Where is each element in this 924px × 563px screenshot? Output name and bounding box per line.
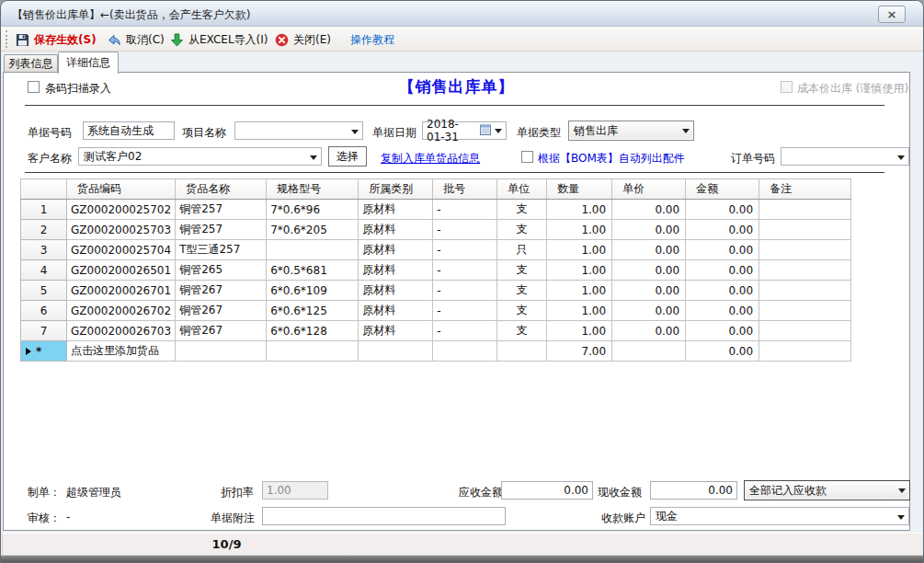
doc-note-input[interactable] xyxy=(262,507,506,525)
cell-note[interactable] xyxy=(759,281,851,301)
cell-spec[interactable]: 7*0.6*205 xyxy=(267,220,359,240)
cell-category[interactable]: 原材料 xyxy=(359,301,433,321)
cell-price[interactable]: 0.00 xyxy=(612,301,686,321)
cell-qty[interactable]: 1.00 xyxy=(547,260,612,281)
cell-qty[interactable]: 1.00 xyxy=(547,200,612,220)
cell-unit[interactable]: 支 xyxy=(497,220,547,240)
row-number[interactable]: 3 xyxy=(21,240,67,260)
cell-category[interactable]: 原材料 xyxy=(359,200,433,220)
cell-note[interactable] xyxy=(759,341,851,362)
cell-unit[interactable]: 只 xyxy=(497,240,547,260)
row-number[interactable]: 4 xyxy=(21,260,67,281)
cell-note[interactable] xyxy=(759,301,851,321)
cell-category[interactable]: 原材料 xyxy=(359,240,433,260)
date-picker[interactable]: 2018-01-31 xyxy=(422,121,507,140)
cell-code[interactable]: GZ000200026501 xyxy=(67,260,176,281)
cell-batch[interactable]: - xyxy=(433,260,497,281)
cell-name[interactable]: 铜管267 xyxy=(176,321,267,341)
project-dropdown[interactable] xyxy=(234,121,363,140)
cell-qty[interactable]: 1.00 xyxy=(547,301,612,321)
bom-checkbox[interactable] xyxy=(521,151,533,163)
cell-batch[interactable]: - xyxy=(433,321,497,341)
cell-name[interactable]: T型三通257 xyxy=(176,240,267,260)
cell-code[interactable]: GZ000200025703 xyxy=(67,220,176,240)
select-customer-button[interactable]: 选择 xyxy=(328,146,367,167)
row-number[interactable]: 5 xyxy=(21,281,67,301)
booking-mode-dropdown[interactable]: 全部记入应收款 xyxy=(744,480,910,500)
cell-price[interactable]: 0.00 xyxy=(612,220,686,240)
cell-note[interactable] xyxy=(759,240,851,260)
cell-name[interactable]: 铜管267 xyxy=(176,301,267,321)
row-number[interactable]: 7 xyxy=(21,321,67,341)
received-input[interactable] xyxy=(650,481,737,500)
add-row-marker[interactable]: * xyxy=(21,341,67,362)
save-button[interactable]: 保存生效(S) xyxy=(13,29,99,50)
cell-spec[interactable]: 6*0.6*128 xyxy=(267,321,359,341)
tab-list-info[interactable]: 列表信息 xyxy=(4,54,58,72)
cell-note[interactable] xyxy=(759,220,851,240)
cell-code[interactable]: GZ000200026703 xyxy=(67,321,176,341)
cell-code[interactable]: GZ000200025702 xyxy=(67,200,176,220)
cell-price[interactable]: 0.00 xyxy=(612,200,686,220)
cell-amount[interactable]: 0.00 xyxy=(686,260,759,281)
excel-import-button[interactable]: 从EXCEL导入(I) xyxy=(167,29,270,50)
cell-name[interactable]: 铜管257 xyxy=(176,200,267,220)
add-row-label[interactable]: 点击这里添加货品 xyxy=(67,341,176,362)
cell-category[interactable]: 原材料 xyxy=(359,321,433,341)
cell-name[interactable] xyxy=(176,341,267,362)
cell-amount[interactable]: 0.00 xyxy=(686,321,759,341)
receivable-input[interactable] xyxy=(501,481,593,500)
cell-unit[interactable] xyxy=(497,341,547,362)
cell-code[interactable]: GZ000200026701 xyxy=(67,281,176,301)
cell-name[interactable]: 铜管257 xyxy=(176,220,267,240)
cell-spec[interactable]: 6*0.5*681 xyxy=(267,260,359,281)
cell-category[interactable]: 原材料 xyxy=(359,281,433,301)
cell-note[interactable] xyxy=(759,260,851,281)
close-form-button[interactable]: 关闭(E) xyxy=(272,29,334,50)
customer-dropdown[interactable]: 测试客户02 xyxy=(78,147,322,166)
tutorial-link[interactable]: 操作教程 xyxy=(348,29,397,50)
cancel-button[interactable]: 取消(C) xyxy=(104,29,167,50)
cell-amount[interactable]: 0.00 xyxy=(686,200,759,220)
cell-batch[interactable]: - xyxy=(433,301,497,321)
cell-batch[interactable]: - xyxy=(433,240,497,260)
cell-price[interactable]: 0.00 xyxy=(612,240,686,260)
cell-unit[interactable]: 支 xyxy=(497,321,547,341)
cell-spec[interactable] xyxy=(267,240,359,260)
cell-amount[interactable]: 0.00 xyxy=(686,301,759,321)
cell-amount[interactable]: 0.00 xyxy=(686,240,759,260)
doc-type-dropdown[interactable]: 销售出库 xyxy=(568,121,694,141)
window-close-button[interactable]: × xyxy=(878,6,906,23)
cell-note[interactable] xyxy=(759,200,851,220)
tab-detail-info[interactable]: 详细信息 xyxy=(58,52,119,74)
cell-name[interactable]: 铜管265 xyxy=(176,260,267,281)
cell-category[interactable]: 原材料 xyxy=(359,260,433,281)
cell-code[interactable]: GZ000200025704 xyxy=(67,240,176,260)
copy-inbound-items-link[interactable]: 复制入库单货品信息 xyxy=(381,151,480,167)
cell-spec[interactable] xyxy=(267,341,359,362)
cell-batch[interactable] xyxy=(433,341,497,362)
cell-batch[interactable]: - xyxy=(433,220,497,240)
cell-qty[interactable]: 1.00 xyxy=(547,240,612,260)
cell-unit[interactable]: 支 xyxy=(497,301,547,321)
cell-name[interactable]: 铜管267 xyxy=(176,281,267,301)
cell-spec[interactable]: 6*0.6*109 xyxy=(267,281,359,301)
cell-category[interactable]: 原材料 xyxy=(359,220,433,240)
cell-price[interactable]: 0.00 xyxy=(612,321,686,341)
cell-qty[interactable]: 1.00 xyxy=(547,281,612,301)
cell-price[interactable]: 0.00 xyxy=(612,260,686,281)
cell-qty[interactable]: 1.00 xyxy=(547,220,612,240)
cell-unit[interactable]: 支 xyxy=(497,200,547,220)
cell-category[interactable] xyxy=(359,341,433,362)
cell-unit[interactable]: 支 xyxy=(497,281,547,301)
row-number[interactable]: 2 xyxy=(21,220,67,240)
cell-qty[interactable]: 1.00 xyxy=(547,321,612,341)
row-number[interactable]: 1 xyxy=(21,200,67,220)
cell-amount[interactable]: 0.00 xyxy=(686,281,759,301)
doc-no-input[interactable] xyxy=(83,121,175,140)
cell-code[interactable]: GZ000200026702 xyxy=(67,301,176,321)
cell-note[interactable] xyxy=(759,321,851,341)
cell-spec[interactable]: 7*0.6*96 xyxy=(267,200,359,220)
cell-unit[interactable]: 支 xyxy=(497,260,547,281)
cell-price[interactable] xyxy=(612,341,686,362)
